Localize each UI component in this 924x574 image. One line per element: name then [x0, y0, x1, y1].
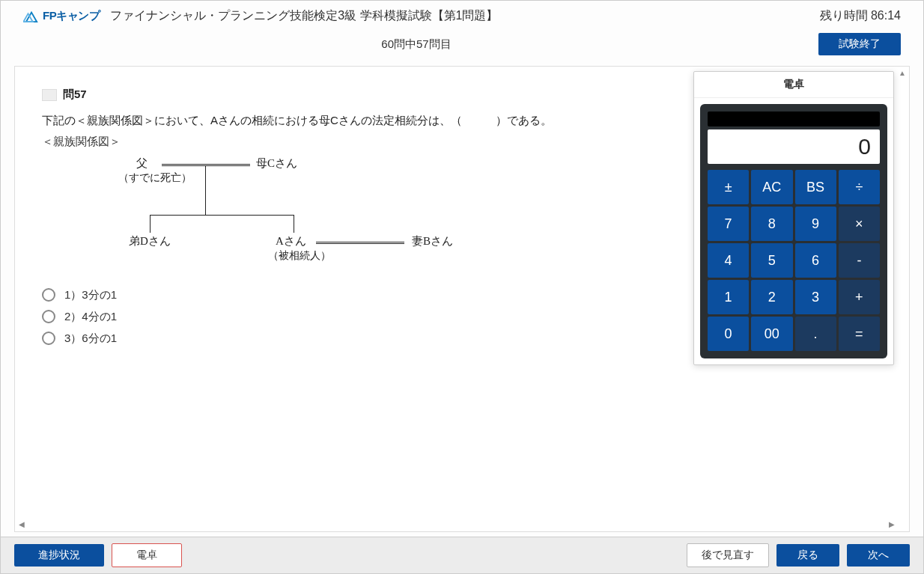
calc-btn-7[interactable]: 7 [708, 207, 749, 241]
calculator-toggle-button[interactable]: 電卓 [112, 543, 182, 567]
calc-btn-5[interactable]: 5 [751, 243, 792, 278]
diagram-a: Aさん [276, 234, 306, 249]
calc-btn-9[interactable]: 9 [795, 207, 836, 241]
app-window: FPキャンプ ファイナンシャル・プランニング技能検定3級 学科模擬試験【第1問題… [0, 0, 924, 574]
exam-title: ファイナンシャル・プランニング技能検定3級 学科模擬試験【第1問題】 [110, 8, 498, 24]
radio-icon [42, 310, 55, 323]
calc-btn-1[interactable]: 1 [708, 280, 749, 314]
diagram-line [294, 215, 294, 233]
diagram-line [150, 215, 151, 233]
calc-btn-bs[interactable]: BS [795, 170, 836, 204]
next-button[interactable]: 次へ [847, 544, 910, 567]
diagram-marriage-line-spouse [316, 242, 404, 244]
radio-icon [42, 332, 55, 345]
option-label: 2）4分の1 [64, 310, 117, 324]
calculator-display: 0 [708, 129, 880, 164]
option-label: 3）6分の1 [64, 332, 117, 346]
diagram-line [205, 165, 206, 215]
back-button[interactable]: 戻る [776, 544, 839, 567]
scroll-left-icon[interactable]: ◀ [16, 519, 27, 530]
calc-btn-divide[interactable]: ÷ [839, 170, 880, 204]
calculator-body: 0 ± AC BS ÷ 7 8 9 × 4 5 6 - 1 2 3 [700, 104, 887, 358]
calc-btn-minus[interactable]: - [839, 243, 880, 278]
timer-label: 残り時間 [820, 9, 868, 22]
option-label: 1）3分の1 [64, 288, 117, 302]
family-diagram: 父 （すでに死亡） 母Cさん 弟Dさん Aさん （被相続人） 妻Bさん [72, 153, 491, 273]
calculator-panel[interactable]: 電卓 0 ± AC BS ÷ 7 8 9 × 4 5 6 - 1 [693, 71, 894, 365]
diagram-a-note: （被相続人） [268, 249, 331, 263]
diagram-mother: 母Cさん [256, 156, 297, 171]
progress-button[interactable]: 進捗状況 [14, 544, 104, 567]
diagram-brother: 弟Dさん [129, 234, 171, 249]
timer-value: 86:14 [871, 9, 901, 22]
calc-btn-plus[interactable]: + [839, 280, 880, 314]
calc-btn-ac[interactable]: AC [751, 170, 792, 204]
logo: FPキャンプ [23, 9, 100, 23]
scroll-right-icon[interactable]: ▶ [887, 519, 897, 530]
diagram-wife: 妻Bさん [412, 234, 453, 249]
calc-btn-0[interactable]: 0 [708, 317, 749, 351]
header: FPキャンプ ファイナンシャル・プランニング技能検定3級 学科模擬試験【第1問題… [1, 1, 923, 28]
logo-text: FPキャンプ [43, 9, 100, 23]
calculator-keypad: ± AC BS ÷ 7 8 9 × 4 5 6 - 1 2 3 + 0 [708, 170, 880, 351]
end-exam-button[interactable]: 試験終了 [818, 33, 901, 55]
calc-btn-00[interactable]: 00 [751, 317, 792, 351]
calc-btn-3[interactable]: 3 [795, 280, 836, 314]
calc-btn-dot[interactable]: . [795, 317, 836, 351]
calc-btn-4[interactable]: 4 [708, 243, 749, 278]
diagram-father: 父 [136, 156, 148, 171]
calc-btn-plusminus[interactable]: ± [708, 170, 749, 204]
content-area: 問57 下記の＜親族関係図＞において、Aさんの相続における母Cさんの法定相続分は… [14, 66, 910, 532]
diagram-marriage-line-parents [162, 164, 250, 166]
calculator-memory-display [708, 112, 880, 126]
calc-btn-2[interactable]: 2 [751, 280, 792, 314]
diagram-father-note: （すでに死亡） [118, 171, 192, 185]
footer: 進捗状況 電卓 後で見直す 戻る 次へ [1, 537, 923, 573]
progress-label: 60問中57問目 [23, 37, 809, 52]
calc-btn-equals[interactable]: = [839, 317, 880, 351]
calculator-title[interactable]: 電卓 [694, 72, 893, 98]
timer: 残り時間 86:14 [820, 8, 909, 24]
calc-btn-8[interactable]: 8 [751, 207, 792, 241]
calc-btn-multiply[interactable]: × [839, 207, 880, 241]
calc-btn-6[interactable]: 6 [795, 243, 836, 278]
review-later-button[interactable]: 後で見直す [687, 543, 769, 567]
radio-icon [42, 288, 55, 302]
logo-icon [23, 10, 40, 23]
diagram-line [150, 215, 294, 216]
subheader: 60問中57問目 試験終了 [1, 28, 923, 66]
scroll-up-icon[interactable]: ▲ [897, 68, 908, 79]
